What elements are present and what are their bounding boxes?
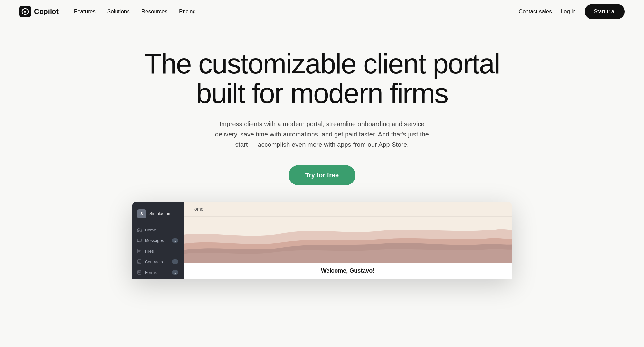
nav-left: Copilot Features Solutions Resources Pri…	[19, 6, 196, 17]
navbar: Copilot Features Solutions Resources Pri…	[0, 0, 644, 23]
nav-links: Features Solutions Resources Pricing	[74, 8, 196, 15]
app-main-content: Home Welcome, Gustavo!	[184, 202, 512, 279]
sidebar-item-forms[interactable]: Forms 1	[132, 267, 184, 278]
try-free-button[interactable]: Try for free	[289, 165, 355, 185]
sidebar-item-home[interactable]: Home	[132, 225, 184, 235]
contact-sales-link[interactable]: Contact sales	[519, 8, 552, 15]
forms-icon	[137, 270, 142, 275]
app-window: S Simulacrum Home	[132, 202, 512, 279]
svg-rect-2	[137, 239, 141, 242]
app-preview: S Simulacrum Home	[113, 202, 531, 279]
hero-section: The customizable client portal built for…	[129, 23, 515, 202]
contracts-icon	[137, 259, 142, 264]
nav-item-resources[interactable]: Resources	[141, 8, 167, 15]
sidebar-item-billing[interactable]: Billing	[132, 278, 184, 279]
topbar-title: Home	[191, 206, 203, 211]
login-link[interactable]: Log in	[561, 8, 576, 15]
sidebar-item-contracts[interactable]: Contracts 1	[132, 257, 184, 267]
home-icon	[137, 228, 142, 232]
forms-badge: 1	[172, 270, 178, 275]
sidebar-brand: S Simulacrum	[132, 207, 184, 225]
nav-item-pricing[interactable]: Pricing	[179, 8, 196, 15]
sidebar-item-files[interactable]: Files	[132, 246, 184, 257]
sidebar-item-messages[interactable]: Messages 1	[132, 235, 184, 246]
svg-point-1	[24, 11, 26, 13]
welcome-text: Welcome, Gustavo!	[321, 267, 375, 274]
svg-rect-3	[138, 249, 141, 253]
start-trial-button[interactable]: Start trial	[585, 4, 625, 19]
nav-item-solutions[interactable]: Solutions	[107, 8, 130, 15]
wave-chart	[184, 217, 512, 263]
messages-badge: 1	[172, 238, 178, 243]
svg-rect-5	[138, 270, 141, 274]
nav-item-features[interactable]: Features	[74, 8, 96, 15]
messages-icon	[137, 238, 142, 243]
sidebar-avatar: S	[137, 209, 146, 218]
contracts-badge: 1	[172, 259, 178, 264]
hero-title: The customizable client portal built for…	[142, 49, 502, 108]
app-sidebar: S Simulacrum Home	[132, 202, 184, 279]
app-topbar: Home	[184, 202, 512, 217]
logo-icon	[19, 6, 31, 17]
wave-svg	[184, 217, 512, 263]
nav-right: Contact sales Log in Start trial	[519, 4, 625, 19]
sidebar-brand-name: Simulacrum	[149, 211, 172, 216]
logo-text: Copilot	[34, 7, 59, 16]
sidebar-nav: Home Messages 1	[132, 225, 184, 279]
hero-subtitle: Impress clients with a modern portal, st…	[209, 119, 435, 150]
logo[interactable]: Copilot	[19, 6, 59, 17]
welcome-strip: Welcome, Gustavo!	[184, 263, 512, 279]
files-icon	[137, 249, 142, 253]
